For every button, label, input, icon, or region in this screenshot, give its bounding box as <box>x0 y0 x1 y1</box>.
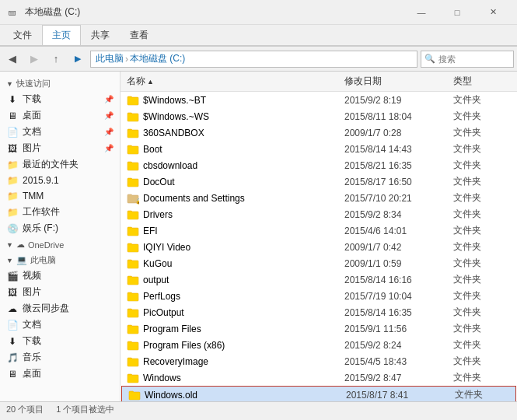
table-row[interactable]: PerfLogs 2015/7/19 10:04 文件夹 <box>121 288 517 304</box>
folder-icon: 📁 <box>6 174 19 187</box>
table-row[interactable]: RecoveryImage 2015/4/5 18:43 文件夹 <box>121 353 517 369</box>
drive-icon: 💿 <box>6 222 19 235</box>
docs-icon: 📄 <box>6 126 19 138</box>
file-date: 2015/8/14 16:35 <box>338 306 447 319</box>
sidebar-item-download[interactable]: ⬇ 下载 📌 <box>0 91 120 107</box>
breadcrumb-thispc[interactable]: 此电脑 <box>96 52 124 65</box>
sidebar-item-entertainment[interactable]: 💿 娱乐 (F:) <box>0 220 120 236</box>
file-date: 2015/7/19 10:04 <box>338 290 447 303</box>
sidebar-item-2015[interactable]: 📁 2015.9.1 <box>0 173 120 188</box>
sidebar-item-worksoftware[interactable]: 📁 工作软件 <box>0 204 120 220</box>
file-name: 🔒 Documents and Settings <box>121 191 338 205</box>
table-row[interactable]: Boot 2015/8/14 14:43 文件夹 <box>121 141 517 157</box>
file-name: EFI <box>121 224 338 238</box>
sidebar-item-label: 图片 <box>23 285 41 299</box>
file-name: DocOut <box>121 175 338 189</box>
col-name-label: 名称 <box>127 75 145 88</box>
file-type: 文件夹 <box>447 158 509 173</box>
file-type: 文件夹 <box>447 256 509 271</box>
sidebar-item-docs[interactable]: 📄 文档 📌 <box>0 124 120 140</box>
folder-icon <box>127 323 139 335</box>
titlebar-title: 本地磁盘 (C:) <box>25 5 403 19</box>
file-name: cbsdownload <box>121 159 338 173</box>
file-date: 2015/8/17 8:41 <box>340 389 449 401</box>
thispc-arrow: ▼ <box>6 257 13 264</box>
table-row[interactable]: $Windows.~WS 2015/8/11 18:04 文件夹 <box>121 108 517 124</box>
table-row[interactable]: IQIYI Video 2009/1/7 0:42 文件夹 <box>121 239 517 255</box>
table-row[interactable]: Windows 2015/9/2 8:47 文件夹 <box>121 369 517 386</box>
col-date[interactable]: 修改日期 <box>338 73 447 89</box>
sidebar-item-recent[interactable]: 📁 最近的文件夹 <box>0 156 120 173</box>
sidebar-item-videos[interactable]: 🎬 视频 <box>0 268 120 284</box>
table-row[interactable]: EFI 2015/4/6 14:01 文件夹 <box>121 222 517 239</box>
folder-icon <box>127 225 139 237</box>
close-button[interactable]: ✕ <box>475 0 511 25</box>
pin-icon: 📌 <box>104 144 114 152</box>
sidebar-item-pc-pictures[interactable]: 🖼 图片 <box>0 284 120 300</box>
file-date: 2015/9/1 11:56 <box>338 323 447 335</box>
file-name: KuGou <box>121 257 338 271</box>
sidebar-item-label: 下载 <box>23 93 41 106</box>
table-row[interactable]: $Windows.~BT 2015/9/2 8:19 文件夹 <box>121 92 517 108</box>
thispc-section[interactable]: ▼ 💻 此电脑 <box>0 251 120 268</box>
sidebar-item-pc-desktop[interactable]: 🖥 桌面 <box>0 366 120 382</box>
breadcrumb-c[interactable]: 本地磁盘 (C:) <box>130 52 185 65</box>
table-row[interactable]: Program Files 2015/9/1 11:56 文件夹 <box>121 320 517 337</box>
sidebar-item-label: 图片 <box>23 142 41 155</box>
tab-home[interactable]: 主页 <box>42 25 81 45</box>
tab-share[interactable]: 共享 <box>81 25 120 45</box>
sidebar-item-label: 微云同步盘 <box>23 302 69 315</box>
folder-icon: 📁 <box>6 206 19 219</box>
table-row[interactable]: 🔒 Documents and Settings 2015/7/10 20:21… <box>121 190 517 206</box>
file-type: 文件夹 <box>447 125 509 140</box>
sidebar: ▼ 快速访问 ⬇ 下载 📌 🖥 桌面 📌 📄 文档 📌 🖼 图片 📌 📁 最近的… <box>0 72 121 401</box>
folder-icon: 🔒 <box>127 192 139 205</box>
tab-file[interactable]: 文件 <box>3 25 42 45</box>
thispc-icon: 💻 <box>16 255 27 265</box>
col-name[interactable]: 名称 ▲ <box>121 73 338 89</box>
sidebar-item-desktop[interactable]: 🖥 桌面 📌 <box>0 107 120 124</box>
search-input[interactable] <box>438 54 508 64</box>
table-row[interactable]: output 2015/8/14 16:16 文件夹 <box>121 271 517 288</box>
maximize-button[interactable]: □ <box>439 0 475 25</box>
desktop-icon: 🖥 <box>6 110 19 122</box>
selected-info: 1 个项目被选中 <box>56 404 114 415</box>
onedrive-section[interactable]: ▼ ☁ OneDrive <box>0 236 120 251</box>
file-name: IQIYI Video <box>121 240 338 254</box>
table-row[interactable]: cbsdownload 2015/8/21 16:35 文件夹 <box>121 157 517 173</box>
pin-icon: 📌 <box>104 128 114 136</box>
minimize-button[interactable]: — <box>403 0 439 25</box>
table-row[interactable]: Program Files (x86) 2015/9/2 8:24 文件夹 <box>121 337 517 353</box>
sidebar-item-music[interactable]: 🎵 音乐 <box>0 349 120 366</box>
table-row[interactable]: Drivers 2015/9/2 8:34 文件夹 <box>121 206 517 222</box>
sidebar-item-pc-docs[interactable]: 📄 文档 <box>0 317 120 333</box>
table-row[interactable]: DocOut 2015/8/17 16:50 文件夹 <box>121 173 517 190</box>
col-type[interactable]: 类型 <box>447 73 509 89</box>
up-button[interactable]: ↑ <box>47 50 65 68</box>
table-row[interactable]: PicOutput 2015/8/14 16:35 文件夹 <box>121 304 517 320</box>
folder-icon <box>127 176 139 188</box>
address-path[interactable]: 此电脑 › 本地磁盘 (C:) <box>90 51 417 68</box>
sidebar-item-weiyun[interactable]: ☁ 微云同步盘 <box>0 300 120 317</box>
file-name: PicOutput <box>121 306 338 320</box>
table-row[interactable]: Windows.old 2015/8/17 8:41 文件夹 <box>121 386 516 401</box>
search-box[interactable]: 🔍 <box>421 51 514 68</box>
main-layout: ▼ 快速访问 ⬇ 下载 📌 🖥 桌面 📌 📄 文档 📌 🖼 图片 📌 📁 最近的… <box>0 72 517 401</box>
forward-button[interactable]: ▶ <box>25 50 44 68</box>
statusbar: 20 个项目 1 个项目被选中 <box>0 401 517 417</box>
sidebar-item-pictures[interactable]: 🖼 图片 📌 <box>0 140 120 156</box>
folder-icon <box>127 127 139 139</box>
sidebar-item-pc-download[interactable]: ⬇ 下载 <box>0 333 120 349</box>
music-icon: 🎵 <box>6 352 19 364</box>
file-name: $Windows.~WS <box>121 110 338 124</box>
tab-view[interactable]: 查看 <box>120 25 159 45</box>
file-name: PerfLogs <box>121 289 338 303</box>
sidebar-item-tmm[interactable]: 📁 TMM <box>0 188 120 204</box>
table-row[interactable]: KuGou 2009/1/1 0:59 文件夹 <box>121 255 517 271</box>
quick-access-section[interactable]: ▼ 快速访问 <box>0 75 120 91</box>
table-row[interactable]: 360SANDBOX 2009/1/7 0:28 文件夹 <box>121 124 517 141</box>
file-date: 2015/4/5 18:43 <box>338 355 447 368</box>
back-button[interactable]: ◀ <box>3 50 22 68</box>
folder-icon <box>127 241 139 254</box>
pin-icon: 📌 <box>104 111 114 120</box>
